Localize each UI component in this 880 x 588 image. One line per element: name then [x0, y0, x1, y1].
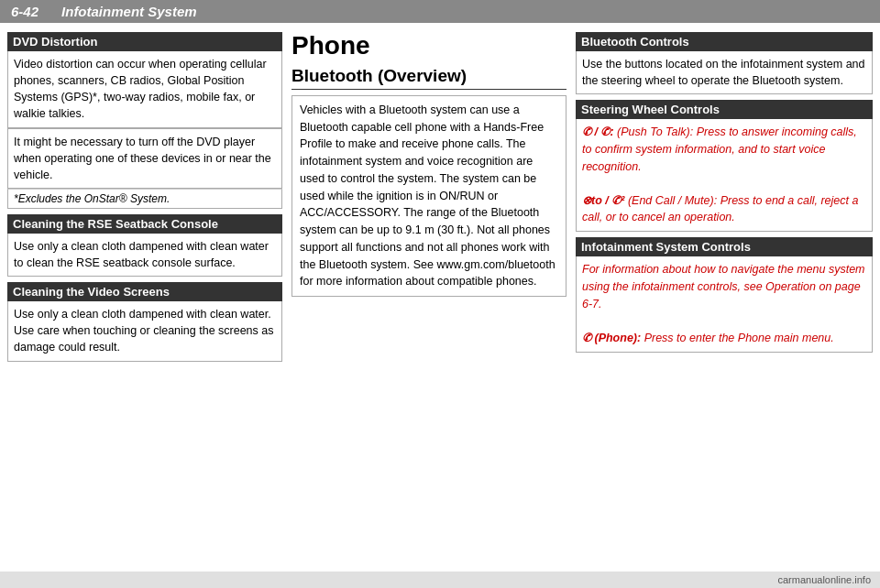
infotainment-phone-desc: Press to enter the Phone main menu. — [644, 332, 834, 344]
footer-website: carmanualonline.info — [777, 574, 871, 585]
bluetooth-overview-body: Vehicles with a Bluetooth system can use… — [292, 95, 566, 297]
steering-item1-tag: (Push To Talk): — [617, 125, 693, 138]
steering-item1: ✆ / ✆: (Push To Talk): Press to answer i… — [582, 124, 866, 175]
dvd-distortion-body2: It might be necessary to turn off the DV… — [7, 128, 282, 189]
right-column: Bluetooth Controls Use the buttons locat… — [576, 32, 873, 582]
cleaning-video-body: Use only a clean cloth dampened with cle… — [7, 301, 282, 361]
dvd-distortion-body1: Video distortion can occur when operatin… — [7, 51, 282, 128]
steering-item2-label: ⊗to / ✆² — [582, 194, 624, 207]
phone-main-title: Phone — [292, 32, 566, 60]
content-area: DVD Distortion Video distortion can occu… — [0, 23, 880, 582]
cleaning-video-header: Cleaning the Video Screens — [7, 282, 282, 301]
steering-item2: ⊗to / ✆² (End Call / Mute): Press to end… — [582, 192, 866, 227]
steering-item1-label: ✆ / ✆: — [582, 125, 614, 138]
middle-column: Phone Bluetooth (Overview) Vehicles with… — [292, 32, 566, 582]
steering-item2-tag: (End Call / Mute): — [628, 194, 717, 207]
infotainment-controls-header: Infotainment System Controls — [576, 237, 873, 256]
page-number: 6-42 — [11, 4, 38, 19]
steering-wheel-header: Steering Wheel Controls — [576, 100, 873, 119]
left-column: DVD Distortion Video distortion can occu… — [7, 32, 282, 582]
infotainment-phone-label: ✆ (Phone): — [582, 332, 641, 344]
dvd-distortion-note: *Excludes the OnStar® System. — [7, 189, 282, 209]
bluetooth-controls-body: Use the buttons located on the infotainm… — [576, 51, 873, 94]
infotainment-controls-body: For information about how to navigate th… — [576, 256, 873, 353]
infotainment-phone: ✆ (Phone): Press to enter the Phone main… — [582, 330, 866, 347]
page: 6-42 Infotainment System DVD Distortion … — [0, 0, 880, 588]
steering-item2-desc: Press to end a call, reject a call, or t… — [582, 194, 858, 224]
dvd-distortion-header: DVD Distortion — [7, 32, 282, 51]
page-title: Infotainment System — [61, 4, 197, 19]
page-header: 6-42 Infotainment System — [0, 0, 880, 23]
bluetooth-overview-title: Bluetooth (Overview) — [292, 66, 566, 90]
footer-bar: carmanualonline.info — [0, 572, 880, 588]
cleaning-rse-body: Use only a clean cloth dampened with cle… — [7, 234, 282, 277]
cleaning-rse-header: Cleaning the RSE Seatback Console — [7, 214, 282, 234]
steering-wheel-body: ✆ / ✆: (Push To Talk): Press to answer i… — [576, 119, 873, 232]
infotainment-desc: For information about how to navigate th… — [582, 261, 866, 312]
bluetooth-controls-header: Bluetooth Controls — [576, 32, 873, 51]
